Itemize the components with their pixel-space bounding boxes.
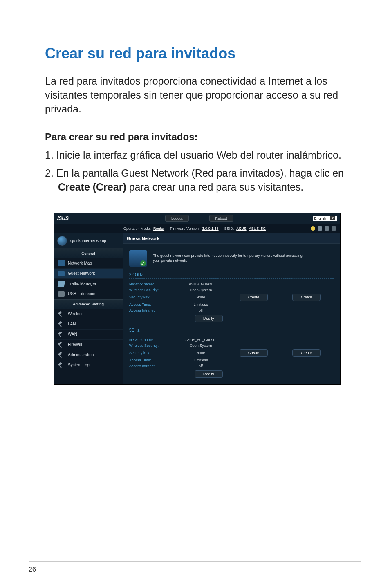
- modify-button-24[interactable]: Modify: [195, 315, 223, 322]
- band-24ghz-label: 2.4GHz: [123, 271, 340, 278]
- nav-traffic-manager[interactable]: Traffic Manager: [54, 279, 123, 289]
- wrench-icon: [58, 352, 65, 358]
- access-intranet-label: Access Intranet:: [129, 364, 178, 368]
- wireless-security-value: Open System: [178, 288, 223, 292]
- wrench-icon: [58, 321, 65, 327]
- nav-guest-network[interactable]: Guest Network: [54, 269, 123, 279]
- access-intranet-label: Access Intranet:: [129, 308, 178, 312]
- chevron-down-icon: ▼: [330, 216, 335, 220]
- security-key-label: Security key:: [129, 351, 178, 355]
- nav-usb-extension[interactable]: USB Extension: [54, 289, 123, 299]
- fw-value[interactable]: 3.0.0.1.38: [202, 227, 219, 231]
- access-time-label: Access Time:: [129, 358, 178, 362]
- nav-label: Guest Network: [68, 271, 95, 276]
- wireless-security-label: Wireless Security:: [129, 343, 178, 348]
- page-number: 26: [29, 566, 36, 573]
- wrench-icon: [58, 362, 65, 368]
- map-icon: [58, 260, 65, 266]
- op-mode-value[interactable]: Router: [153, 227, 164, 231]
- step-2-suffix: para crear una red para sus visitantes.: [126, 181, 304, 193]
- panel-info: The guest network can provide Internet c…: [123, 244, 340, 271]
- network-name-value-5: ASUS_5G_Guest1: [178, 338, 223, 342]
- main-panel: Guess Network The guest network can prov…: [123, 233, 340, 384]
- sidebar: Quick Internet Setup General Network Map…: [54, 233, 123, 384]
- step-1: 1. Inicie la interfaz gráfica del usuari…: [45, 148, 349, 162]
- network-name-label: Network name:: [129, 282, 178, 286]
- create-button-24-1[interactable]: Create: [240, 294, 268, 301]
- status-icon: [318, 226, 322, 231]
- access-intranet-value: off: [178, 364, 223, 368]
- access-intranet-value: off: [178, 308, 223, 312]
- guest-icon: [58, 271, 65, 276]
- wrench-icon: [58, 332, 65, 337]
- nav-wan[interactable]: WAN: [54, 330, 123, 340]
- subheading: Para crear su red para invitados:: [45, 131, 349, 143]
- access-time-value: Limitless: [178, 358, 223, 362]
- network-name-label: Network name:: [129, 338, 178, 342]
- security-key-value: None: [178, 295, 223, 299]
- band-5ghz-label: 5GHz: [123, 326, 340, 333]
- brand-logo: /SUS: [54, 215, 86, 221]
- status-icons: [311, 226, 336, 231]
- guest-network-icon: [129, 250, 147, 267]
- step-2-bold: Create (Crear): [58, 181, 126, 193]
- intro-paragraph: La red para invitados proporciona conect…: [45, 74, 349, 116]
- nav-label: WAN: [68, 332, 77, 337]
- create-button-24-2[interactable]: Create: [292, 294, 321, 301]
- network-name-value-24: ASUS_Guest1: [178, 282, 223, 286]
- nav-network-map[interactable]: Network Map: [54, 258, 123, 269]
- wireless-security-value: Open System: [178, 343, 223, 348]
- logout-button[interactable]: Logout: [165, 215, 189, 222]
- divider: [129, 334, 334, 334]
- nav-firewall[interactable]: Firewall: [54, 340, 123, 350]
- create-button-5-2[interactable]: Create: [292, 349, 321, 357]
- status-icon: [325, 226, 329, 231]
- top-bar: /SUS Logout Reboot English ▼: [54, 213, 340, 224]
- nav-label: System Log: [68, 363, 90, 367]
- modify-button-5[interactable]: Modify: [195, 370, 223, 378]
- globe-icon: [57, 236, 67, 246]
- language-value: English: [314, 216, 327, 220]
- nav-label: Network Map: [68, 261, 92, 265]
- quick-internet-setup[interactable]: Quick Internet Setup: [54, 233, 123, 249]
- reboot-button[interactable]: Reboot: [209, 215, 233, 222]
- nav-wireless[interactable]: Wireless: [54, 309, 123, 319]
- section-advanced: Advanced Setting: [54, 299, 123, 309]
- ssid1-value[interactable]: ASUS: [236, 227, 247, 231]
- fw-label: Firmware Version:: [170, 227, 200, 231]
- wireless-security-label: Wireless Security:: [129, 288, 178, 292]
- nav-label: USB Extension: [68, 292, 95, 296]
- divider: [129, 278, 334, 279]
- ssid-label: SSID:: [224, 227, 234, 231]
- step-2: 2. En la pantalla Guest Network (Red par…: [45, 166, 349, 194]
- access-time-label: Access Time:: [129, 303, 178, 307]
- nav-label: Firewall: [68, 342, 82, 347]
- create-button-5-1[interactable]: Create: [240, 349, 268, 357]
- router-screenshot: /SUS Logout Reboot English ▼ Operation M…: [54, 213, 341, 385]
- op-mode-label: Operation Mode:: [123, 227, 151, 231]
- nav-label: Wireless: [68, 312, 83, 316]
- status-bar: Operation Mode: Router Firmware Version:…: [54, 224, 340, 233]
- nav-lan[interactable]: LAN: [54, 319, 123, 330]
- security-key-label: Security key:: [129, 295, 178, 299]
- nav-label: Traffic Manager: [68, 281, 96, 286]
- step-2-prefix: 2. En la pantalla Guest Network (Red par…: [45, 167, 344, 179]
- ssid2-value[interactable]: ASUS_5G: [249, 227, 266, 231]
- nav-system-log[interactable]: System Log: [54, 360, 123, 370]
- usb-icon: [58, 291, 65, 297]
- language-dropdown[interactable]: English ▼: [313, 216, 337, 221]
- wrench-icon: [58, 342, 65, 348]
- panel-description: The guest network can provide Internet c…: [153, 254, 308, 263]
- status-icon: [311, 226, 315, 231]
- access-time-value: Limitless: [178, 303, 223, 307]
- panel-title: Guess Network: [123, 233, 340, 244]
- wrench-icon: [58, 311, 65, 317]
- footer-divider: [29, 561, 361, 562]
- nav-label: Administration: [68, 352, 94, 357]
- traffic-icon: [58, 281, 65, 287]
- page-heading: Crear su red para invitados: [45, 45, 349, 62]
- security-key-value: None: [178, 351, 223, 355]
- qis-label: Quick Internet Setup: [70, 239, 106, 243]
- nav-administration[interactable]: Administration: [54, 350, 123, 360]
- section-general: General: [54, 249, 123, 258]
